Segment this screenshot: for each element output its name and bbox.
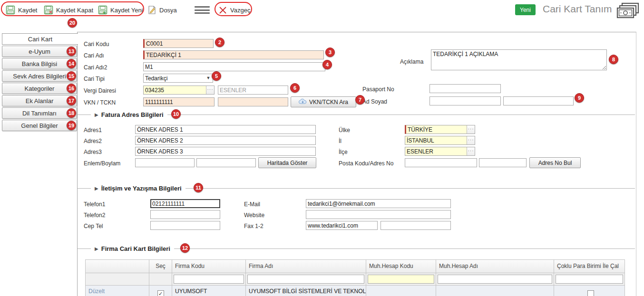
cari-kart-form-panel: Cari Kodu Cari Adı Cari Adı2 Cari Tipi T… bbox=[77, 32, 636, 296]
tckn-input[interactable] bbox=[218, 97, 288, 106]
posta-kodu-input[interactable] bbox=[405, 158, 477, 167]
tab-kategoriler[interactable]: Kategoriler bbox=[2, 83, 77, 94]
adres3-input[interactable] bbox=[135, 147, 316, 156]
lookup-ellipsis-icon[interactable]: ··· bbox=[467, 147, 475, 155]
cancel-x-icon bbox=[218, 6, 227, 15]
duzelt-link[interactable]: Düzelt bbox=[88, 288, 105, 295]
fax1-input[interactable] bbox=[306, 221, 378, 230]
file-button[interactable]: Dosya bbox=[147, 4, 177, 16]
ilce-label: İlçe bbox=[339, 149, 348, 155]
vergi-dairesi-adi-input[interactable] bbox=[218, 86, 288, 95]
annotation-badge-20: 20 bbox=[68, 18, 77, 28]
lookup-ellipsis-icon[interactable]: ··· bbox=[467, 136, 475, 144]
vkn-input[interactable] bbox=[143, 97, 215, 106]
col-header-coklu-para[interactable]: Çoklu Para Birimi İle Çal bbox=[554, 260, 624, 273]
cell-firma-kodu: UYUMSOFT bbox=[172, 286, 246, 296]
tab-genel-bilgiler[interactable]: Genel Bilgiler bbox=[2, 120, 77, 131]
col-header-sec[interactable]: Seç bbox=[149, 260, 172, 273]
file-pencil-icon bbox=[147, 5, 156, 15]
banknotes-icon bbox=[615, 2, 641, 22]
haritada-goster-button[interactable]: Haritada Göster bbox=[258, 157, 316, 168]
iletisim-section-header: ▶ İletişim ve Yazışma Bilgileri bbox=[78, 184, 636, 192]
fax2-input[interactable] bbox=[381, 221, 451, 230]
aciklama-label: Açıklama bbox=[400, 58, 423, 65]
vergi-dairesi-lookup[interactable]: 034235 ··· bbox=[143, 86, 215, 95]
section-arrow-icon[interactable]: ▶ bbox=[91, 186, 101, 191]
ad-input[interactable] bbox=[429, 96, 501, 105]
menu-hamburger-icon[interactable] bbox=[195, 6, 210, 14]
ilce-lookup[interactable]: ESENLER ··· bbox=[405, 147, 475, 156]
ad-soyad-label: Ad Soyad bbox=[362, 98, 387, 105]
telefon2-input[interactable] bbox=[150, 210, 220, 219]
page-title: Cari Kart Tanım bbox=[543, 3, 612, 15]
lookup-ellipsis-icon[interactable]: ··· bbox=[467, 125, 475, 134]
coklu-para-checkbox-unchecked[interactable] bbox=[587, 290, 594, 296]
firma-table: Seç Firma Kodu Firma Adı Muh.Hesap Kodu … bbox=[85, 259, 625, 296]
col-header-firma-adi[interactable]: Firma Adı bbox=[246, 260, 366, 273]
sec-checkbox-checked[interactable]: ✓ bbox=[157, 290, 164, 296]
firma-table-header-row: Seç Firma Kodu Firma Adı Muh.Hesap Kodu … bbox=[86, 260, 624, 273]
website-input[interactable] bbox=[306, 210, 451, 219]
firma-section-header: ▶ Firma Cari Kart Bilgileri bbox=[78, 245, 636, 252]
cari-kodu-label: Cari Kodu bbox=[84, 41, 109, 48]
filter-muh-hesap-kodu-input[interactable] bbox=[368, 275, 434, 284]
filter-coklu-para-input[interactable] bbox=[556, 275, 623, 284]
save-close-button[interactable]: ✕ Kaydet Kapat bbox=[44, 4, 93, 16]
cari-tipi-label: Cari Tipi bbox=[84, 76, 105, 82]
cari-adi2-label: Cari Adı2 bbox=[84, 64, 107, 71]
filter-muh-hesap-adi-input[interactable] bbox=[438, 275, 552, 284]
adres1-input[interactable] bbox=[135, 125, 316, 134]
col-header-empty bbox=[86, 260, 149, 273]
cari-kart-tanim-window: Kaydet ✕ Kaydet Kapat + Kaydet Yeni Dosy… bbox=[0, 0, 644, 296]
filter-firma-kodu-input[interactable] bbox=[174, 275, 244, 284]
cancel-button[interactable]: Vazgeç bbox=[218, 4, 250, 16]
adres-no-bul-button[interactable]: Adres No Bul bbox=[529, 157, 581, 168]
boylam-input[interactable] bbox=[196, 158, 256, 167]
annotation-badge-11: 11 bbox=[194, 183, 203, 192]
annotation-badge-15: 15 bbox=[67, 71, 76, 81]
enlem-input[interactable] bbox=[135, 158, 195, 167]
cep-tel-label: Cep Tel bbox=[84, 223, 103, 229]
vkn-tckn-ara-button[interactable]: VKN/TCKN Ara bbox=[291, 96, 356, 107]
soyad-input[interactable] bbox=[503, 96, 574, 105]
adres2-input[interactable] bbox=[135, 136, 316, 145]
annotation-badge-19: 19 bbox=[67, 121, 76, 130]
section-arrow-icon[interactable]: ▶ bbox=[91, 246, 101, 251]
adres-no-input[interactable] bbox=[479, 158, 527, 167]
tab-dil-tanimlari[interactable]: Dil Tanımları bbox=[2, 107, 77, 119]
annotation-badge-10: 10 bbox=[171, 109, 181, 119]
section-arrow-icon[interactable]: ▶ bbox=[91, 112, 101, 117]
tab-e-uyum[interactable]: e-Uyum bbox=[2, 46, 77, 57]
col-header-muh-hesap-kodu[interactable]: Muh.Hesap Kodu bbox=[366, 260, 436, 273]
cari-adi-input[interactable] bbox=[143, 50, 324, 59]
tab-cari-kart[interactable]: Cari Kart bbox=[2, 33, 78, 45]
cari-kodu-input[interactable] bbox=[143, 39, 214, 48]
annotation-badge-8: 8 bbox=[609, 55, 618, 64]
aciklama-textarea[interactable]: TEDARİKÇİ 1 AÇIKLAMA bbox=[431, 49, 607, 70]
save-button[interactable]: Kaydet bbox=[6, 4, 37, 16]
tab-ek-alanlar[interactable]: Ek Alanlar bbox=[2, 95, 77, 106]
cari-adi2-input[interactable] bbox=[143, 62, 325, 71]
cep-tel-input[interactable] bbox=[150, 221, 220, 230]
website-label: Website bbox=[244, 212, 264, 219]
pasaport-no-input[interactable] bbox=[429, 84, 501, 93]
col-header-muh-hesap-adi[interactable]: Muh.Hesap Adı bbox=[436, 260, 554, 273]
il-label: İl bbox=[339, 138, 342, 144]
annotation-badge-14: 14 bbox=[67, 59, 76, 68]
telefon1-input[interactable] bbox=[150, 199, 220, 208]
cari-tipi-dropdown[interactable]: Tedarikçi ▼ bbox=[143, 74, 213, 83]
filter-firma-adi-input[interactable] bbox=[247, 275, 364, 284]
lookup-ellipsis-icon[interactable]: ··· bbox=[206, 86, 214, 94]
save-new-button[interactable]: + Kaydet Yeni bbox=[98, 4, 143, 16]
cloud-search-icon bbox=[299, 98, 307, 106]
annotation-badge-13: 13 bbox=[67, 47, 76, 56]
email-input[interactable] bbox=[306, 199, 451, 208]
annotation-badge-6: 6 bbox=[290, 83, 300, 93]
il-lookup[interactable]: İSTANBUL ··· bbox=[405, 136, 475, 145]
col-header-firma-kodu[interactable]: Firma Kodu bbox=[172, 260, 246, 273]
ulke-lookup[interactable]: TÜRKİYE ··· bbox=[405, 125, 475, 134]
tab-sevk-adres-bilgileri[interactable]: Sevk Adres Bilgileri bbox=[2, 70, 77, 82]
tab-banka-bilgisi[interactable]: Banka Bilgisi bbox=[2, 58, 77, 69]
annotation-badge-3: 3 bbox=[325, 48, 335, 57]
status-badge: Yeni bbox=[515, 4, 536, 15]
